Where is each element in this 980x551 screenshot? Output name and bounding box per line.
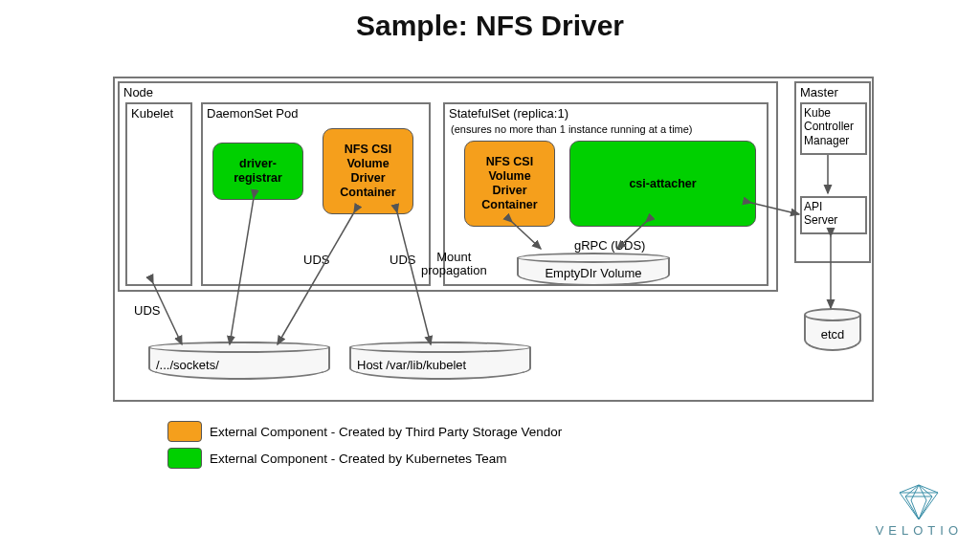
legend-text-green: External Component - Created by Kubernet… bbox=[210, 452, 506, 466]
host-kubelet-label: Host /var/lib/kubelet bbox=[349, 358, 531, 372]
csi-attacher-chip: csi-attacher bbox=[569, 141, 756, 227]
legend-row-green: External Component - Created by Kubernet… bbox=[167, 448, 562, 469]
mount-propagation-label: Mount propagation bbox=[421, 251, 487, 278]
node-label: Node bbox=[123, 85, 153, 99]
etcd-cylinder: etcd bbox=[804, 308, 861, 351]
driver-registrar-chip: driver- registrar bbox=[212, 143, 303, 200]
legend-swatch-orange bbox=[167, 421, 202, 442]
kube-controller-manager: Kube Controller Manager bbox=[800, 102, 867, 155]
page-title: Sample: NFS Driver bbox=[0, 10, 980, 42]
master-box: Master Kube Controller Manager API Serve… bbox=[794, 81, 871, 263]
legend-swatch-green bbox=[167, 448, 202, 469]
nfs-csi-daemonset-chip: NFS CSI Volume Driver Container bbox=[323, 128, 413, 214]
legend: External Component - Created by Third Pa… bbox=[167, 421, 562, 474]
uds-label-2: UDS bbox=[303, 253, 329, 267]
daemonset-box: DaemonSet Pod driver- registrar NFS CSI … bbox=[201, 102, 431, 286]
statefulset-note: (ensures no more than 1 instance running… bbox=[451, 123, 693, 135]
host-kubelet-cylinder: Host /var/lib/kubelet bbox=[349, 342, 531, 380]
brand-logo: VELOTIO bbox=[876, 483, 963, 538]
uds-label-3: UDS bbox=[390, 253, 415, 267]
etcd-label: etcd bbox=[804, 327, 861, 342]
legend-row-orange: External Component - Created by Third Pa… bbox=[167, 421, 562, 442]
sockets-label: /.../sockets/ bbox=[148, 358, 330, 372]
nfs-csi-statefulset-chip: NFS CSI Volume Driver Container bbox=[464, 141, 555, 227]
api-server: API Server bbox=[800, 196, 867, 234]
emptydir-cylinder: EmptyDIr Volume bbox=[517, 253, 670, 286]
legend-text-orange: External Component - Created by Third Pa… bbox=[210, 425, 562, 439]
uds-label-1: UDS bbox=[134, 303, 160, 318]
daemonset-label: DaemonSet Pod bbox=[207, 106, 298, 121]
statefulset-box: StatefulSet (replica:1) (ensures no more… bbox=[443, 102, 768, 286]
diagram-outer: Master Kube Controller Manager API Serve… bbox=[113, 77, 874, 402]
master-label: Master bbox=[800, 85, 838, 99]
kubelet-label: Kubelet bbox=[131, 106, 173, 121]
grpc-label: gRPC (UDS) bbox=[574, 238, 645, 253]
kubelet-box: Kubelet bbox=[125, 102, 192, 286]
sockets-cylinder: /.../sockets/ bbox=[148, 342, 330, 380]
statefulset-label: StatefulSet (replica:1) bbox=[449, 106, 568, 121]
emptydir-label: EmptyDIr Volume bbox=[517, 266, 670, 280]
brand-text: VELOTIO bbox=[876, 523, 963, 538]
